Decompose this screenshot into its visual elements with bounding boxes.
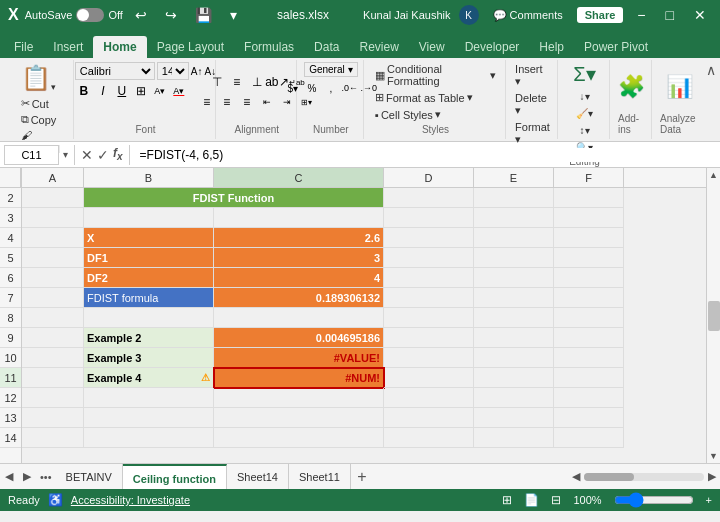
share-btn[interactable]: Share	[577, 7, 624, 23]
number-format-dropdown[interactable]: General ▾	[304, 62, 357, 77]
comments-btn[interactable]: 💬 Comments	[487, 9, 569, 22]
bold-btn[interactable]: B	[75, 82, 93, 100]
vertical-scrollbar[interactable]: ▲ ▼	[706, 168, 720, 463]
align-left-btn[interactable]: ≡	[198, 93, 216, 111]
formula-input[interactable]	[136, 148, 716, 162]
cell-E7[interactable]	[474, 288, 554, 308]
cell-D10[interactable]	[384, 348, 474, 368]
h-scroll-track[interactable]	[584, 473, 704, 481]
cell-F4[interactable]	[554, 228, 624, 248]
cell-A7[interactable]	[22, 288, 84, 308]
sheet-tab-ceiling[interactable]: Ceiling function	[123, 464, 227, 489]
confirm-formula-btn[interactable]: ✓	[97, 147, 109, 163]
cell-B10[interactable]: Example 3	[84, 348, 214, 368]
cell-A11[interactable]	[22, 368, 84, 388]
view-pagebreak-btn[interactable]: ⊟	[551, 493, 561, 507]
scroll-down-arrow[interactable]: ▼	[709, 451, 718, 461]
underline-btn[interactable]: U	[113, 82, 131, 100]
row-header-1[interactable]: 2	[0, 188, 21, 208]
accessibility-status[interactable]: Accessibility: Investigate	[71, 494, 190, 506]
cell-E6[interactable]	[474, 268, 554, 288]
cell-C14[interactable]	[214, 428, 384, 448]
tab-file[interactable]: File	[4, 36, 43, 58]
insert-cells-btn[interactable]: Insert ▾	[512, 62, 553, 89]
tab-page-layout[interactable]: Page Layout	[147, 36, 234, 58]
cell-C8[interactable]	[214, 308, 384, 328]
cell-B14[interactable]	[84, 428, 214, 448]
row-header-5[interactable]: 6	[0, 268, 21, 288]
tab-insert[interactable]: Insert	[43, 36, 93, 58]
cell-F10[interactable]	[554, 348, 624, 368]
row-header-6[interactable]: 7	[0, 288, 21, 308]
cell-D6[interactable]	[384, 268, 474, 288]
zoom-in-btn[interactable]: +	[706, 494, 712, 506]
paste-btn[interactable]: 📋 ▾	[17, 62, 60, 94]
cell-E2[interactable]	[474, 188, 554, 208]
cell-A14[interactable]	[22, 428, 84, 448]
tab-data[interactable]: Data	[304, 36, 349, 58]
row-header-13[interactable]: 14	[0, 428, 21, 448]
editing-clear-btn[interactable]: 🧹▾	[573, 107, 596, 120]
cell-A10[interactable]	[22, 348, 84, 368]
cell-B8[interactable]	[84, 308, 214, 328]
cell-B5[interactable]: DF1	[84, 248, 214, 268]
format-as-table-btn[interactable]: ⊞ Format as Table ▾	[372, 90, 476, 105]
cell-F9[interactable]	[554, 328, 624, 348]
conditional-formatting-btn[interactable]: ▦ Conditional Formatting ▾	[372, 62, 499, 88]
view-layout-btn[interactable]: 📄	[524, 493, 539, 507]
font-size-dropdown[interactable]: 14	[157, 62, 189, 80]
cell-C11[interactable]: #NUM!	[214, 368, 384, 388]
row-header-10[interactable]: 11	[0, 368, 21, 388]
cell-E9[interactable]	[474, 328, 554, 348]
row-header-2[interactable]: 3	[0, 208, 21, 228]
cell-E3[interactable]	[474, 208, 554, 228]
add-sheet-btn[interactable]: +	[351, 466, 373, 488]
cell-C13[interactable]	[214, 408, 384, 428]
currency-btn[interactable]: $▾	[284, 79, 302, 97]
align-bot-btn[interactable]: ⊥	[248, 73, 266, 91]
cell-E12[interactable]	[474, 388, 554, 408]
format-cells-btn[interactable]: Format ▾	[512, 120, 553, 147]
sheet-tab-sheet14[interactable]: Sheet14	[227, 464, 289, 489]
ribbon-collapse-btn[interactable]: ∧	[706, 60, 716, 139]
cell-ref-input[interactable]	[4, 145, 59, 165]
row-header-12[interactable]: 13	[0, 408, 21, 428]
fill-color-btn[interactable]: A▾	[151, 82, 169, 100]
border-btn[interactable]: ⊞	[132, 82, 150, 100]
col-header-A[interactable]: A	[22, 168, 84, 187]
cell-E13[interactable]	[474, 408, 554, 428]
cell-F12[interactable]	[554, 388, 624, 408]
cell-D14[interactable]	[384, 428, 474, 448]
cell-F5[interactable]	[554, 248, 624, 268]
cell-B3[interactable]	[84, 208, 214, 228]
cell-A9[interactable]	[22, 328, 84, 348]
cell-F7[interactable]	[554, 288, 624, 308]
tab-formulas[interactable]: Formulas	[234, 36, 304, 58]
cell-F6[interactable]	[554, 268, 624, 288]
cell-B4[interactable]: X	[84, 228, 214, 248]
h-scroll-left[interactable]: ◀	[572, 470, 580, 483]
paste-dropdown[interactable]: ▾	[51, 82, 56, 92]
cell-A3[interactable]	[22, 208, 84, 228]
editing-fill-btn[interactable]: ↓▾	[577, 90, 593, 103]
close-btn[interactable]: ✕	[688, 7, 712, 23]
font-color-btn[interactable]: A▾	[170, 82, 188, 100]
view-normal-btn[interactable]: ⊞	[502, 493, 512, 507]
font-name-dropdown[interactable]: Calibri	[75, 62, 155, 80]
cell-B6[interactable]: DF2	[84, 268, 214, 288]
comma-btn[interactable]: ,	[322, 79, 340, 97]
cell-D13[interactable]	[384, 408, 474, 428]
cell-D7[interactable]	[384, 288, 474, 308]
cell-A5[interactable]	[22, 248, 84, 268]
cell-C9[interactable]: 0.004695186	[214, 328, 384, 348]
cell-C12[interactable]	[214, 388, 384, 408]
scroll-up-arrow[interactable]: ▲	[709, 170, 718, 180]
cancel-formula-btn[interactable]: ✕	[81, 147, 93, 163]
cell-B2[interactable]: FDIST Function	[84, 188, 384, 208]
copy-btn[interactable]: ⧉Copy	[18, 112, 60, 127]
tab-power-pivot[interactable]: Power Pivot	[574, 36, 658, 58]
row-header-4[interactable]: 5	[0, 248, 21, 268]
row-header-8[interactable]: 9	[0, 328, 21, 348]
cell-A4[interactable]	[22, 228, 84, 248]
scroll-thumb-vertical[interactable]	[708, 301, 720, 331]
